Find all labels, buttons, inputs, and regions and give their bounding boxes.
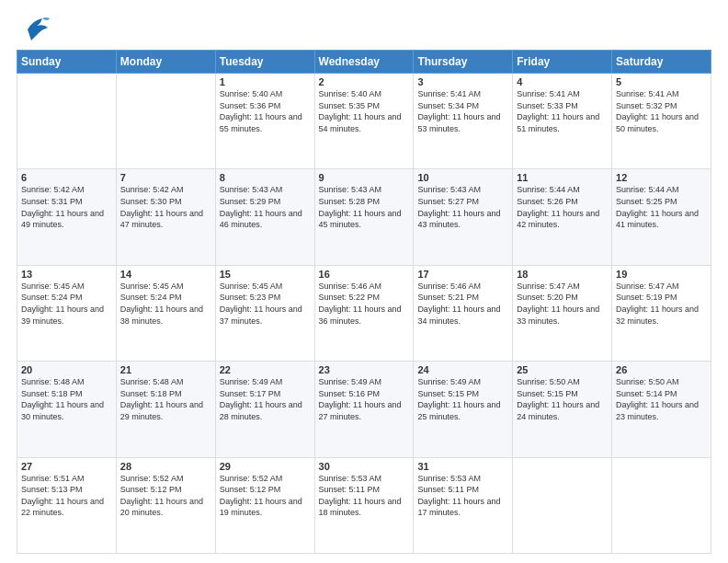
calendar-cell: 28Sunrise: 5:52 AMSunset: 5:12 PMDayligh… (116, 457, 215, 553)
calendar-cell: 17Sunrise: 5:46 AMSunset: 5:21 PMDayligh… (414, 265, 513, 361)
day-number: 22 (220, 364, 311, 375)
cell-content: Sunrise: 5:44 AMSunset: 5:26 PMDaylight:… (517, 184, 608, 230)
day-number: 15 (220, 269, 311, 280)
logo-bird-icon (20, 17, 50, 42)
day-number: 25 (517, 364, 608, 375)
calendar-cell: 22Sunrise: 5:49 AMSunset: 5:17 PMDayligh… (215, 362, 314, 457)
cell-content: Sunrise: 5:40 AMSunset: 5:35 PMDaylight:… (319, 88, 410, 134)
cell-content: Sunrise: 5:49 AMSunset: 5:15 PMDaylight:… (417, 376, 508, 422)
header-day-saturday: Saturday (612, 51, 711, 74)
cell-content: Sunrise: 5:50 AMSunset: 5:15 PMDaylight:… (517, 376, 608, 422)
calendar-cell: 13Sunrise: 5:45 AMSunset: 5:24 PMDayligh… (17, 265, 117, 361)
day-number: 16 (319, 269, 410, 280)
day-number: 29 (220, 461, 311, 472)
header-day-thursday: Thursday (414, 51, 513, 74)
cell-content: Sunrise: 5:42 AMSunset: 5:30 PMDaylight:… (120, 184, 211, 230)
day-number: 12 (616, 172, 707, 183)
calendar-cell: 30Sunrise: 5:53 AMSunset: 5:11 PMDayligh… (314, 457, 414, 553)
calendar-cell (17, 74, 117, 169)
calendar-table: SundayMondayTuesdayWednesdayThursdayFrid… (17, 50, 711, 554)
day-number: 4 (517, 76, 608, 87)
cell-content: Sunrise: 5:50 AMSunset: 5:14 PMDaylight:… (616, 376, 707, 422)
calendar-week-5: 27Sunrise: 5:51 AMSunset: 5:13 PMDayligh… (17, 457, 711, 553)
cell-content: Sunrise: 5:45 AMSunset: 5:24 PMDaylight:… (21, 281, 112, 327)
header-day-tuesday: Tuesday (215, 51, 314, 74)
calendar-cell: 12Sunrise: 5:44 AMSunset: 5:25 PMDayligh… (612, 169, 711, 265)
cell-content: Sunrise: 5:41 AMSunset: 5:34 PMDaylight:… (417, 88, 508, 134)
logo (17, 15, 50, 42)
cell-content: Sunrise: 5:49 AMSunset: 5:17 PMDaylight:… (220, 376, 311, 422)
calendar-cell: 14Sunrise: 5:45 AMSunset: 5:24 PMDayligh… (116, 265, 215, 361)
calendar-cell: 7Sunrise: 5:42 AMSunset: 5:30 PMDaylight… (116, 169, 215, 265)
cell-content: Sunrise: 5:47 AMSunset: 5:19 PMDaylight:… (616, 281, 707, 327)
calendar-cell: 9Sunrise: 5:43 AMSunset: 5:28 PMDaylight… (314, 169, 414, 265)
calendar-cell: 1Sunrise: 5:40 AMSunset: 5:36 PMDaylight… (215, 74, 314, 169)
page: SundayMondayTuesdayWednesdayThursdayFrid… (0, 0, 728, 563)
cell-content: Sunrise: 5:44 AMSunset: 5:25 PMDaylight:… (616, 184, 707, 230)
calendar-week-2: 6Sunrise: 5:42 AMSunset: 5:31 PMDaylight… (17, 169, 711, 265)
day-number: 1 (220, 76, 311, 87)
calendar-cell: 8Sunrise: 5:43 AMSunset: 5:29 PMDaylight… (215, 169, 314, 265)
calendar-header-row: SundayMondayTuesdayWednesdayThursdayFrid… (17, 51, 711, 74)
calendar-cell (116, 74, 215, 169)
day-number: 5 (616, 76, 707, 87)
day-number: 21 (120, 364, 211, 375)
cell-content: Sunrise: 5:51 AMSunset: 5:13 PMDaylight:… (21, 473, 112, 519)
calendar-week-4: 20Sunrise: 5:48 AMSunset: 5:18 PMDayligh… (17, 362, 711, 457)
day-number: 8 (220, 172, 311, 183)
calendar-week-3: 13Sunrise: 5:45 AMSunset: 5:24 PMDayligh… (17, 265, 711, 361)
day-number: 13 (21, 269, 112, 280)
calendar-cell: 10Sunrise: 5:43 AMSunset: 5:27 PMDayligh… (414, 169, 513, 265)
cell-content: Sunrise: 5:49 AMSunset: 5:16 PMDaylight:… (319, 376, 410, 422)
day-number: 31 (417, 461, 508, 472)
cell-content: Sunrise: 5:52 AMSunset: 5:12 PMDaylight:… (220, 473, 311, 519)
calendar-cell: 11Sunrise: 5:44 AMSunset: 5:26 PMDayligh… (513, 169, 612, 265)
day-number: 6 (21, 172, 112, 183)
cell-content: Sunrise: 5:53 AMSunset: 5:11 PMDaylight:… (319, 473, 410, 519)
calendar-cell: 27Sunrise: 5:51 AMSunset: 5:13 PMDayligh… (17, 457, 117, 553)
calendar-cell: 19Sunrise: 5:47 AMSunset: 5:19 PMDayligh… (612, 265, 711, 361)
calendar-cell (612, 457, 711, 553)
header-day-monday: Monday (116, 51, 215, 74)
calendar-cell: 4Sunrise: 5:41 AMSunset: 5:33 PMDaylight… (513, 74, 612, 169)
day-number: 26 (616, 364, 707, 375)
cell-content: Sunrise: 5:40 AMSunset: 5:36 PMDaylight:… (220, 88, 311, 134)
header (17, 15, 711, 42)
calendar-cell: 3Sunrise: 5:41 AMSunset: 5:34 PMDaylight… (414, 74, 513, 169)
calendar-cell: 26Sunrise: 5:50 AMSunset: 5:14 PMDayligh… (612, 362, 711, 457)
calendar-cell: 6Sunrise: 5:42 AMSunset: 5:31 PMDaylight… (17, 169, 117, 265)
cell-content: Sunrise: 5:41 AMSunset: 5:32 PMDaylight:… (616, 88, 707, 134)
cell-content: Sunrise: 5:43 AMSunset: 5:27 PMDaylight:… (417, 184, 508, 230)
cell-content: Sunrise: 5:48 AMSunset: 5:18 PMDaylight:… (21, 376, 112, 422)
day-number: 2 (319, 76, 410, 87)
cell-content: Sunrise: 5:53 AMSunset: 5:11 PMDaylight:… (417, 473, 508, 519)
cell-content: Sunrise: 5:48 AMSunset: 5:18 PMDaylight:… (120, 376, 211, 422)
cell-content: Sunrise: 5:43 AMSunset: 5:29 PMDaylight:… (220, 184, 311, 230)
day-number: 19 (616, 269, 707, 280)
day-number: 17 (417, 269, 508, 280)
day-number: 28 (120, 461, 211, 472)
day-number: 7 (120, 172, 211, 183)
cell-content: Sunrise: 5:47 AMSunset: 5:20 PMDaylight:… (517, 281, 608, 327)
calendar-cell: 5Sunrise: 5:41 AMSunset: 5:32 PMDaylight… (612, 74, 711, 169)
calendar-cell: 20Sunrise: 5:48 AMSunset: 5:18 PMDayligh… (17, 362, 117, 457)
cell-content: Sunrise: 5:41 AMSunset: 5:33 PMDaylight:… (517, 88, 608, 134)
calendar-cell: 15Sunrise: 5:45 AMSunset: 5:23 PMDayligh… (215, 265, 314, 361)
cell-content: Sunrise: 5:52 AMSunset: 5:12 PMDaylight:… (120, 473, 211, 519)
calendar-cell: 18Sunrise: 5:47 AMSunset: 5:20 PMDayligh… (513, 265, 612, 361)
calendar-cell: 29Sunrise: 5:52 AMSunset: 5:12 PMDayligh… (215, 457, 314, 553)
cell-content: Sunrise: 5:45 AMSunset: 5:23 PMDaylight:… (220, 281, 311, 327)
header-day-friday: Friday (513, 51, 612, 74)
calendar-cell: 16Sunrise: 5:46 AMSunset: 5:22 PMDayligh… (314, 265, 414, 361)
day-number: 24 (417, 364, 508, 375)
day-number: 30 (319, 461, 410, 472)
cell-content: Sunrise: 5:46 AMSunset: 5:21 PMDaylight:… (417, 281, 508, 327)
calendar-week-1: 1Sunrise: 5:40 AMSunset: 5:36 PMDaylight… (17, 74, 711, 169)
calendar-cell: 24Sunrise: 5:49 AMSunset: 5:15 PMDayligh… (414, 362, 513, 457)
day-number: 20 (21, 364, 112, 375)
cell-content: Sunrise: 5:46 AMSunset: 5:22 PMDaylight:… (319, 281, 410, 327)
calendar-cell: 31Sunrise: 5:53 AMSunset: 5:11 PMDayligh… (414, 457, 513, 553)
calendar-cell (513, 457, 612, 553)
calendar-cell: 23Sunrise: 5:49 AMSunset: 5:16 PMDayligh… (314, 362, 414, 457)
day-number: 10 (417, 172, 508, 183)
